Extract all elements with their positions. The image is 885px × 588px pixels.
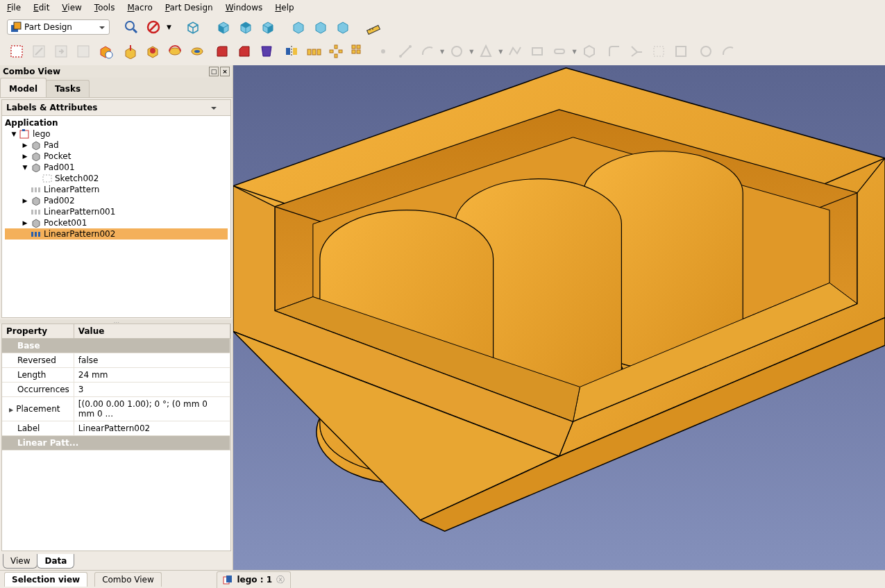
menu-macro[interactable]: Macro xyxy=(127,3,152,12)
polyline-button[interactable] xyxy=(505,42,525,61)
multitransform-button[interactable] xyxy=(348,42,368,61)
arc-button[interactable] xyxy=(418,42,437,61)
tree-item[interactable]: ▶Pocket001 xyxy=(5,217,228,228)
menu-file[interactable]: File xyxy=(7,3,21,12)
viewport-3d[interactable] xyxy=(233,65,885,570)
draft-button[interactable] xyxy=(257,42,276,61)
tree-item-label: Sketch002 xyxy=(55,174,99,183)
zoom-fit-button[interactable] xyxy=(122,18,140,36)
tree-item[interactable]: Sketch002 xyxy=(5,173,228,184)
polar-pattern-button[interactable] xyxy=(326,42,346,61)
revolution-button[interactable] xyxy=(165,42,185,61)
svg-point-13 xyxy=(106,51,112,58)
line-button[interactable] xyxy=(396,42,415,61)
prop-value[interactable]: LinearPattern002 xyxy=(74,421,230,436)
panel-close-button[interactable]: × xyxy=(220,67,230,76)
prop-value[interactable]: 3 xyxy=(74,383,230,397)
prop-value[interactable]: [(0.00 0.00 1.00); 0 °; (0 mm 0 mm 0 ... xyxy=(74,397,230,421)
fillet-button[interactable] xyxy=(212,42,232,61)
pad-button[interactable] xyxy=(121,42,140,61)
view-top-button[interactable] xyxy=(237,18,255,36)
tab-tasks[interactable]: Tasks xyxy=(46,80,90,97)
conic-button[interactable] xyxy=(476,42,496,61)
expand-arrow-icon[interactable]: ▶ xyxy=(22,142,28,149)
menu-view[interactable]: View xyxy=(62,3,81,12)
groove-button[interactable] xyxy=(187,42,207,61)
tree-item[interactable]: LinearPattern xyxy=(5,184,228,195)
tree-item[interactable]: LinearPattern002 xyxy=(5,228,228,240)
tree-item[interactable]: LinearPattern001 xyxy=(5,206,228,217)
external-button[interactable] xyxy=(649,42,668,61)
menu-partdesign[interactable]: Part Design xyxy=(165,3,213,12)
property-view[interactable]: PropertyValue BaseReversedfalseLength24 … xyxy=(1,324,231,551)
tab-view[interactable]: View xyxy=(3,554,37,569)
point-button[interactable] xyxy=(373,42,393,61)
view-left-button[interactable] xyxy=(334,18,352,36)
prop-key[interactable]: Reversed xyxy=(2,353,74,368)
mirrored-button[interactable] xyxy=(282,42,301,61)
menu-help[interactable]: Help xyxy=(275,3,294,12)
view-bottom-button[interactable] xyxy=(312,18,330,36)
dropdown-arrow-icon[interactable]: ▼ xyxy=(167,24,171,31)
chamfer-button[interactable] xyxy=(235,42,254,61)
tab-combo-view[interactable]: Combo View xyxy=(94,572,162,587)
document-tab[interactable]: lego : 1 ⓧ xyxy=(217,571,291,588)
expand-arrow-icon[interactable]: ▶ xyxy=(22,153,28,160)
linear-pattern-button[interactable] xyxy=(304,42,323,61)
view-iso-button[interactable] xyxy=(184,18,202,36)
validate-sketch-button[interactable] xyxy=(96,42,115,61)
menu-windows[interactable]: Windows xyxy=(226,3,263,12)
svg-rect-24 xyxy=(335,45,337,49)
tree-item[interactable]: ▶Pad xyxy=(5,140,228,151)
construction-button[interactable] xyxy=(671,42,691,61)
prop-key[interactable]: Label xyxy=(2,421,74,436)
menu-tools[interactable]: Tools xyxy=(94,3,115,12)
workbench-selector[interactable]: Part Design xyxy=(7,19,110,35)
trim-button[interactable] xyxy=(627,42,646,61)
dropdown-arrow-icon[interactable]: ▼ xyxy=(498,49,503,55)
svg-rect-31 xyxy=(357,50,360,53)
menu-edit[interactable]: Edit xyxy=(33,3,49,12)
view-right-button[interactable] xyxy=(259,18,277,36)
tab-data[interactable]: Data xyxy=(37,554,74,569)
prop-value[interactable]: false xyxy=(74,353,230,368)
prop-key[interactable]: Occurrences xyxy=(2,383,74,397)
view-front-button[interactable] xyxy=(214,18,233,36)
prop-key[interactable]: Placement xyxy=(2,397,74,421)
close-icon[interactable]: ⓧ xyxy=(276,574,285,586)
measure-button[interactable] xyxy=(364,18,382,36)
tree-item[interactable]: ▶Pad002 xyxy=(5,195,228,206)
constraint-button[interactable] xyxy=(696,42,716,61)
circle-button[interactable] xyxy=(447,42,466,61)
draw-style-button[interactable] xyxy=(144,18,162,36)
expand-arrow-icon[interactable]: ▶ xyxy=(22,219,28,226)
tree-item[interactable]: ▼lego xyxy=(5,128,228,140)
prop-key[interactable]: Length xyxy=(2,368,74,383)
tree-item[interactable]: ▼Pad001 xyxy=(5,162,228,173)
rectangle-button[interactable] xyxy=(528,42,547,61)
tab-selection-view[interactable]: Selection view xyxy=(4,572,87,587)
prop-value[interactable]: 24 mm xyxy=(74,368,230,383)
expand-arrow-icon[interactable]: ▼ xyxy=(10,131,17,137)
map-sketch-button[interactable] xyxy=(74,42,93,61)
panel-float-button[interactable]: □ xyxy=(209,67,219,76)
fillet-sketch-button[interactable] xyxy=(605,42,624,61)
expand-arrow-icon[interactable]: ▼ xyxy=(22,164,28,171)
tab-model[interactable]: Model xyxy=(0,78,47,97)
constraint-point-button[interactable] xyxy=(718,42,738,61)
tree-item[interactable]: ▶Pocket xyxy=(5,151,228,162)
hexagon-button[interactable] xyxy=(580,42,599,61)
combo-view-panel: Combo View □× Model Tasks Labels & Attri… xyxy=(0,65,233,570)
view-rear-button[interactable] xyxy=(289,18,307,36)
dropdown-arrow-icon[interactable]: ▼ xyxy=(440,49,444,55)
leave-sketch-button[interactable] xyxy=(51,42,71,61)
tree-view[interactable]: Labels & Attributes Application ▼lego▶Pa… xyxy=(1,99,231,318)
dropdown-arrow-icon[interactable]: ▼ xyxy=(572,49,576,55)
slot-button[interactable] xyxy=(550,42,569,61)
new-sketch-button[interactable] xyxy=(7,42,26,61)
panel-title-label: Combo View xyxy=(3,67,60,76)
pocket-button[interactable] xyxy=(143,42,162,61)
dropdown-arrow-icon[interactable]: ▼ xyxy=(469,49,473,55)
expand-arrow-icon[interactable]: ▶ xyxy=(22,197,28,204)
edit-sketch-button[interactable] xyxy=(29,42,49,61)
